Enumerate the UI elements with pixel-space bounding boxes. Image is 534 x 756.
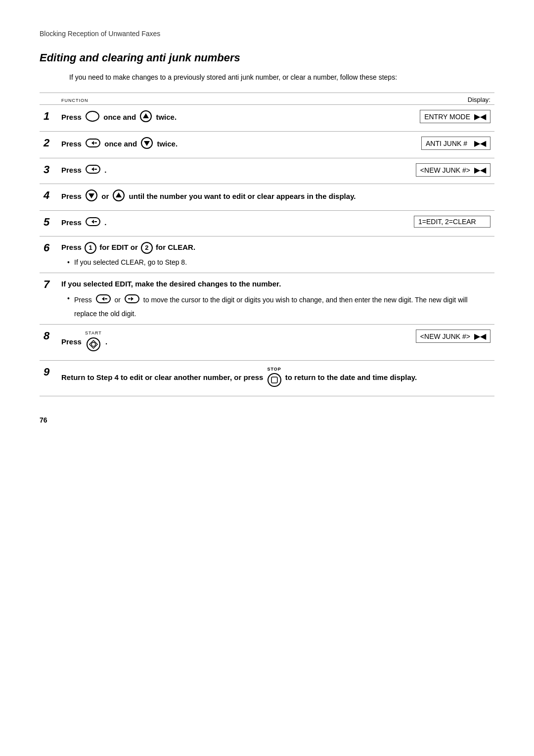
table-row: 2 Press once and twice. — [40, 132, 494, 158]
step-7-press: Press — [74, 296, 92, 304]
oval-button-1[interactable] — [85, 110, 100, 126]
table-row: 9 Return to Step 4 to edit or clear anot… — [40, 360, 494, 396]
step-1-twice: twice. — [156, 113, 177, 121]
step-6-press: Press — [61, 243, 82, 251]
down-button-2[interactable] — [140, 137, 153, 153]
right-nav-icon-7 — [124, 293, 140, 305]
step-2-display-text: ANTI JUNK # — [426, 140, 467, 147]
svg-marker-25 — [89, 340, 97, 348]
step-5-display-box: 1=EDIT, 2=CLEAR — [414, 216, 490, 228]
step-4-press: Press — [61, 192, 82, 200]
up-button-1[interactable] — [139, 110, 152, 126]
start-button-wrapper[interactable]: START — [85, 330, 102, 355]
left-arrow-button-3[interactable] — [85, 163, 101, 179]
step-2-once: once and — [104, 140, 137, 148]
left-arrow-icon-5 — [85, 216, 101, 228]
step-number-8: 8 — [40, 325, 57, 360]
step-5-display-text: 1=EDIT, 2=CLEAR — [418, 218, 476, 226]
stop-button-wrapper[interactable]: STOP — [267, 366, 282, 391]
step-1-display-box: ENTRY MODE ▶◀ — [420, 110, 490, 123]
step-4-or: or — [101, 192, 109, 200]
step-8-period: . — [105, 337, 107, 346]
table-row: 4 Press or unt — [40, 184, 494, 211]
table-row: 5 Press . 1=EDIT, 2=CLEAR — [40, 211, 494, 236]
step-number-9: 9 — [40, 360, 57, 396]
left-nav-button-7[interactable] — [95, 293, 111, 308]
table-header-row: FUNCTION Display: — [40, 93, 494, 105]
step-4-content: Press or until the number you want — [57, 184, 494, 211]
step-6-bullet-1: If you selected CLEAR, go to Step 8. — [65, 257, 490, 268]
step-6-bullets: If you selected CLEAR, go to Step 8. — [65, 257, 490, 268]
step-2-press: Press — [61, 140, 82, 148]
step-6-for-clear: for CLEAR. — [156, 243, 195, 251]
num-1-button[interactable]: 1 — [85, 242, 96, 254]
step-2-display-box: ANTI JUNK # ▶◀ — [421, 137, 490, 150]
oval-icon — [85, 110, 100, 122]
step-3-press: Press — [61, 166, 82, 174]
step-3-display-box: <NEW JUNK #> ▶◀ — [416, 163, 490, 177]
step-3-display-arrow: ▶◀ — [474, 165, 486, 175]
step-8-display-box: <NEW JUNK #> ▶◀ — [416, 330, 490, 343]
left-nav-icon-7 — [95, 293, 111, 305]
start-label: START — [85, 330, 102, 336]
intro-text: If you need to make changes to a previou… — [69, 72, 494, 83]
stop-circle-icon — [267, 373, 282, 387]
left-arrow-icon-3 — [85, 163, 101, 175]
table-row: 7 If you selected EDIT, make the desired… — [40, 273, 494, 325]
num-2-button[interactable]: 2 — [141, 242, 153, 254]
step-1-press: Press — [61, 113, 82, 121]
step-6-for-edit: for EDIT or — [99, 243, 138, 251]
function-label: FUNCTION — [61, 98, 89, 103]
step-number-4: 4 — [40, 184, 57, 211]
svg-marker-2 — [143, 113, 149, 118]
step-4-text: until the number you want to edit or cle… — [129, 192, 356, 200]
step-8-press: Press — [61, 337, 82, 346]
step-5-content: Press . — [57, 211, 302, 236]
table-row: 6 Press 1 for EDIT or 2 for CLEAR. If yo… — [40, 236, 494, 273]
left-arrow-button-2[interactable] — [85, 137, 101, 152]
table-row: 1 Press once and twice. ENTRY MODE — [40, 105, 494, 132]
step-7-or: or — [115, 296, 121, 304]
step-1-display-text: ENTRY MODE — [424, 113, 470, 121]
step-number-6: 6 — [40, 236, 57, 273]
step-9-text-start: Return to Step 4 to edit or clear anothe… — [61, 373, 263, 381]
step-3-content: Press . — [57, 158, 302, 184]
stop-label: STOP — [267, 366, 282, 373]
instruction-table: FUNCTION Display: 1 Press once and — [40, 93, 494, 396]
step-1-display-arrow: ▶◀ — [474, 112, 486, 121]
svg-marker-16 — [91, 220, 94, 224]
down-button-4[interactable] — [85, 189, 98, 205]
up-icon — [139, 110, 152, 123]
up-icon-4 — [112, 189, 125, 202]
step-8-display-text: <NEW JUNK #> — [420, 332, 470, 340]
svg-point-24 — [87, 338, 100, 351]
svg-marker-4 — [91, 141, 94, 145]
step-number-2: 2 — [40, 132, 57, 158]
svg-marker-23 — [131, 297, 134, 301]
table-row: 8 Press START . <NEW JUNK #> ▶◀ — [40, 325, 494, 360]
step-7-bold: If you selected EDIT, make the desired c… — [61, 280, 281, 288]
down-icon-4 — [85, 189, 98, 202]
svg-marker-14 — [116, 192, 122, 197]
step-8-display-cell: <NEW JUNK #> ▶◀ — [302, 325, 494, 360]
right-nav-button-7[interactable] — [124, 293, 140, 308]
svg-point-26 — [91, 342, 95, 346]
step-number-1: 1 — [40, 105, 57, 132]
svg-marker-19 — [102, 297, 104, 301]
step-2-twice: twice. — [157, 140, 178, 148]
up-button-4[interactable] — [112, 189, 125, 205]
step-8-content: Press START . — [57, 325, 302, 360]
step-1-content: Press once and twice. — [57, 105, 302, 132]
step-7-bullets: Press or — [65, 293, 490, 319]
step-6-content: Press 1 for EDIT or 2 for CLEAR. If you … — [57, 236, 494, 273]
svg-marker-7 — [144, 141, 150, 146]
left-arrow-button-5[interactable] — [85, 216, 101, 231]
start-circle-icon — [86, 337, 101, 352]
step-1-display-cell: ENTRY MODE ▶◀ — [302, 105, 494, 132]
step-5-period: . — [104, 218, 106, 227]
step-3-period: . — [104, 166, 106, 174]
svg-point-0 — [86, 111, 99, 121]
step-9-text-end: to return to the date and time display. — [285, 373, 417, 381]
step-8-display-arrow: ▶◀ — [474, 331, 486, 341]
step-number-3: 3 — [40, 158, 57, 184]
